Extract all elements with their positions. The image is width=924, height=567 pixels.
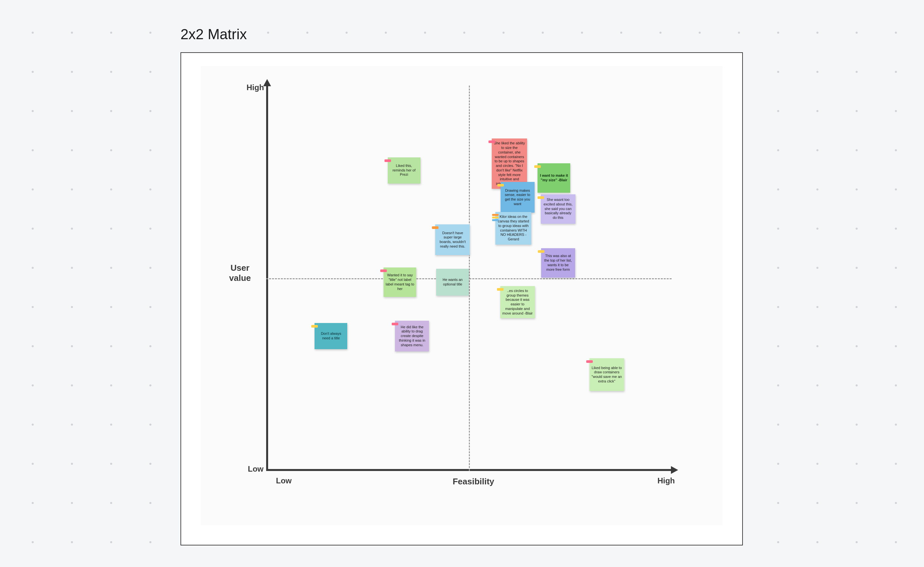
sticky-text: Don't always need a title (316, 332, 345, 340)
sticky-tag-icon (392, 323, 398, 325)
sticky-tag-icon (492, 214, 499, 221)
sticky-top-of-list[interactable]: This was also at the top of her list, wa… (541, 248, 575, 278)
sticky-text: Kilor ideas on the canvas they started t… (497, 214, 529, 242)
sticky-tag-icon (497, 184, 504, 186)
sticky-tag-icon (432, 226, 438, 229)
x-axis-arrow-icon (671, 466, 678, 474)
sticky-tag-icon (534, 165, 541, 168)
sticky-circles-group[interactable]: ..es circles to group themes because it … (500, 286, 535, 318)
sticky-doesnt-have[interactable]: Doesn't have super large boards, wouldn'… (435, 224, 470, 255)
y-axis-high-label: High (247, 83, 264, 92)
sticky-text: She liked the ability to size the contai… (494, 141, 525, 186)
sticky-tag-icon (538, 250, 545, 253)
sticky-my-size[interactable]: I want to make it "my size" -Blair (537, 163, 570, 193)
sticky-text: Liked being able to draw containers "wou… (591, 366, 622, 384)
sticky-kilo-ideas[interactable]: Kilor ideas on the canvas they started t… (495, 212, 531, 244)
frame-title: 2x2 Matrix (181, 26, 247, 42)
sticky-text: ..es circles to group themes because it … (502, 289, 533, 316)
sticky-tag-icon (489, 141, 495, 143)
sticky-drag-create[interactable]: He did like the ability to drag create d… (395, 321, 429, 351)
sticky-text: I want to make it "my size" -Blair (539, 173, 568, 183)
sticky-tag-icon (586, 360, 593, 363)
sticky-text: She wasnt too excited about this, she sa… (543, 198, 573, 220)
sticky-text: Liked this, reminds her of Prezi (390, 164, 418, 177)
sticky-drawing[interactable]: Drawing makes sense, easier to get the s… (501, 182, 534, 213)
sticky-liked-draw[interactable]: Liked being able to draw containers "wou… (590, 358, 624, 391)
x-axis-low-label: Low (276, 476, 292, 485)
matrix-inner: High Low Low High User value Feasibility… (201, 66, 722, 525)
x-axis-title: Feasibility (453, 477, 494, 487)
sticky-text: Wanted it to say "title" not label label… (385, 273, 414, 291)
y-axis-title: User value (220, 263, 260, 283)
sticky-tag-icon (497, 288, 504, 291)
x-axis-high-label: High (658, 476, 675, 485)
sticky-tag-icon (385, 159, 391, 162)
sticky-tag-icon (537, 196, 544, 199)
sticky-text: This was also at the top of her list, wa… (543, 254, 573, 272)
sticky-wasnt-excited[interactable]: She wasnt too excited about this, she sa… (541, 194, 575, 224)
sticky-tag-icon (380, 270, 387, 272)
sticky-liked-ability[interactable]: She liked the ability to size the contai… (492, 138, 527, 189)
y-axis-low-label: Low (248, 465, 263, 474)
sticky-wanted-title[interactable]: Wanted it to say "title" not label label… (384, 267, 416, 297)
sticky-text: He did like the ability to drag create d… (397, 325, 427, 348)
y-axis-arrow-icon (263, 79, 271, 86)
matrix-frame[interactable]: High Low Low High User value Feasibility… (181, 52, 743, 546)
sticky-optional[interactable]: He wants an optional title (436, 269, 469, 296)
sticky-prezi[interactable]: Liked this, reminds her of Prezi (388, 158, 420, 183)
sticky-text: He wants an optional title (438, 278, 467, 287)
matrix-plot: High Low Low High User value Feasibility… (266, 86, 671, 471)
sticky-tag-icon (311, 325, 318, 328)
sticky-dont-title[interactable]: Don't always need a title (315, 323, 347, 349)
sticky-text: Doesn't have super large boards, wouldn'… (437, 231, 468, 249)
sticky-text: Drawing makes sense, easier to get the s… (503, 189, 533, 206)
